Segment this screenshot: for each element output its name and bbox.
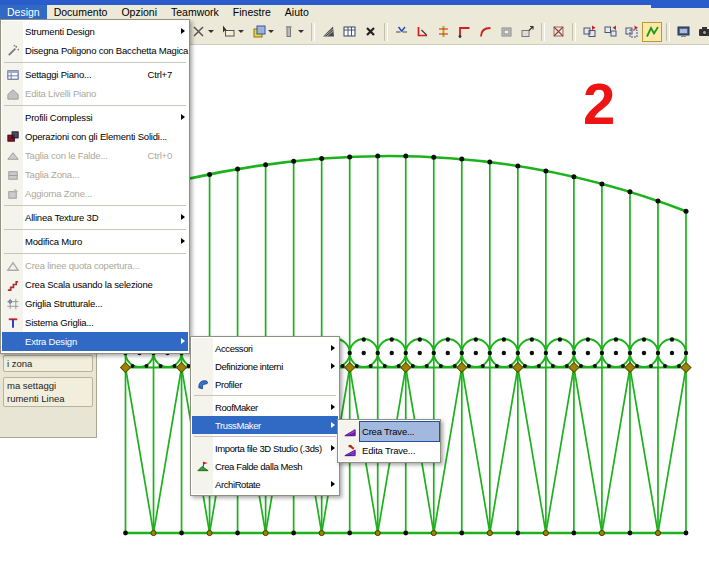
menu-item-strumenti-design[interactable]: Strumenti Design — [2, 22, 188, 41]
menu-item-label: Strumenti Design — [23, 26, 95, 37]
menu-item-label: TrussMaker — [213, 420, 261, 431]
truss-edit-icon — [343, 444, 357, 458]
submenu-arrow-icon — [181, 28, 185, 34]
fillet-tool-button[interactable] — [475, 22, 495, 42]
tb-xbox-icon — [551, 24, 566, 39]
toolbar-separator — [311, 23, 315, 41]
menu-item-taglia-con-le-falde[interactable]: Taglia con le Falde...Ctrl+0 — [2, 146, 188, 165]
menu-item-archirotate[interactable]: ArchiRotate — [192, 475, 338, 493]
menu-item-label: Griglia Strutturale... — [23, 298, 102, 309]
tb-regroup-icon — [624, 24, 639, 39]
menu-item-label: Profili Complessi — [23, 112, 92, 123]
info-panel-text: ma settaggi — [7, 379, 89, 392]
group-tool-button[interactable] — [579, 22, 599, 42]
intersect-tool-button[interactable] — [454, 22, 474, 42]
menu-item-extra-design[interactable]: Extra Design — [2, 332, 188, 351]
offset-tool-button[interactable] — [496, 22, 516, 42]
stairs-icon — [6, 278, 20, 292]
dropdown-arrow-icon — [208, 30, 214, 33]
menu-item-label: Taglia con le Falde... — [23, 150, 108, 161]
split-tool-button[interactable] — [391, 22, 411, 42]
menu-item-label: RoofMaker — [213, 402, 258, 413]
delete-tool-button[interactable] — [360, 22, 380, 42]
solid-ops-icon — [6, 130, 20, 144]
marquee-tool-button[interactable] — [218, 22, 247, 42]
menubar-item-design[interactable]: Design — [0, 5, 47, 19]
menu-item-settaggi-piano[interactable]: Settaggi Piano...Ctrl+7 — [2, 65, 188, 84]
column-tool-button[interactable] — [278, 22, 307, 42]
arrow-tool-button[interactable] — [188, 22, 217, 42]
submenu-arrow-icon — [181, 214, 185, 220]
layers-tool-button[interactable] — [248, 22, 277, 42]
roof-tool-button[interactable] — [318, 22, 338, 42]
info-panel-box: ma settaggirumenti Linea — [3, 377, 93, 407]
menubar-item-opzioni[interactable]: Opzioni — [114, 5, 164, 19]
menu-item-label: Crea Scala usando la selezione — [23, 279, 153, 290]
window-title-strip-corner — [651, 0, 709, 8]
submenu-arrow-icon — [181, 114, 185, 120]
menu-item-taglia-zona[interactable]: Taglia Zona... — [2, 165, 188, 184]
figure-label: 2 — [583, 75, 615, 133]
menubar-item-aiuto[interactable]: Aiuto — [278, 5, 316, 19]
menu-item-crea-trave[interactable]: Crea Trave... — [339, 422, 439, 441]
schedule-tool-button[interactable] — [339, 22, 359, 42]
menu-item-trussmaker[interactable]: TrussMaker — [192, 416, 338, 434]
menu-item-sistema-griglia[interactable]: Sistema Griglia... — [2, 313, 188, 332]
resize-tool-button[interactable] — [517, 22, 537, 42]
menu-item-definizione-interni[interactable]: Definizione interni — [192, 357, 338, 375]
info-panel: i zonama settaggirumenti Linea — [0, 352, 97, 438]
menubar-item-finestre[interactable]: Finestre — [226, 5, 278, 19]
design-menu: Strumenti DesignDisegna Poligono con Bac… — [0, 19, 190, 354]
extra-design-submenu: AccessoriDefinizione interniProfilerRoof… — [190, 336, 340, 496]
menu-item-roofmaker[interactable]: RoofMaker — [192, 398, 338, 416]
submenu-arrow-icon — [331, 345, 335, 351]
menu-item-shortcut: Ctrl+7 — [148, 69, 188, 80]
menu-item-crea-scala-usando-la-selezione[interactable]: Crea Scala usando la selezione — [2, 275, 188, 294]
tb-corner-icon — [457, 24, 472, 39]
menubar-item-teamwork[interactable]: Teamwork — [164, 5, 226, 19]
submenu-arrow-icon — [181, 238, 185, 244]
menu-item-accessori[interactable]: Accessori — [192, 339, 338, 357]
autogroup-tool-button[interactable] — [621, 22, 641, 42]
tb-fillet-icon — [478, 24, 493, 39]
menubar-item-documento[interactable]: Documento — [47, 5, 115, 19]
menu-item-profili-complessi[interactable]: Profili Complessi — [2, 108, 188, 127]
tb-resize-icon — [520, 24, 535, 39]
menu-item-label: Aggiorna Zone... — [23, 188, 92, 199]
explode-tool-button[interactable] — [548, 22, 568, 42]
dropdown-arrow-icon — [298, 30, 304, 33]
truss-create-icon — [343, 425, 357, 439]
camera-tool-button[interactable] — [694, 22, 709, 42]
info-panel-text: rumenti Linea — [7, 392, 89, 405]
menu-item-allinea-texture-3d[interactable]: Allinea Texture 3D — [2, 208, 188, 227]
menu-item-aggiorna-zone[interactable]: Aggiorna Zone... — [2, 184, 188, 203]
view3d-tool-button[interactable] — [673, 22, 693, 42]
polyline-tool-button[interactable] — [642, 22, 662, 42]
magic-wand-icon — [6, 44, 20, 58]
menu-item-label: Profiler — [213, 379, 242, 390]
tb-ungroup-icon — [603, 24, 618, 39]
menu-item-disegna-poligono-con-bacchetta-magica[interactable]: Disegna Poligono con Bacchetta Magica — [2, 41, 188, 60]
adjust-tool-button[interactable] — [433, 22, 453, 42]
menu-item-profiler[interactable]: Profiler — [192, 375, 338, 393]
menu-item-label: Settaggi Piano... — [23, 69, 91, 80]
menu-item-edita-livelli-piano[interactable]: Edita Livelli Piano — [2, 84, 188, 103]
menu-item-crea-falde-dalla-mesh[interactable]: Crea Falde dalla Mesh — [192, 457, 338, 475]
menu-item-label: Crea linee quota copertura... — [23, 260, 140, 271]
tb-trim-icon — [415, 24, 430, 39]
ungroup-tool-button[interactable] — [600, 22, 620, 42]
trim-tool-button[interactable] — [412, 22, 432, 42]
toolbar-separator — [384, 23, 388, 41]
menu-item-operazioni-con-gli-elementi-solidi[interactable]: Operazioni con gli Elementi Solidi... — [2, 127, 188, 146]
tb-column-icon — [281, 24, 296, 39]
structural-grid-icon — [6, 297, 20, 311]
menu-item-label: Extra Design — [23, 336, 77, 347]
menu-item-modifica-muro[interactable]: Modifica Muro — [2, 232, 188, 251]
menubar-item-label: Documento — [54, 6, 108, 18]
menu-item-label: Edita Trave... — [360, 445, 415, 456]
menu-item-crea-linee-quota-copertura[interactable]: Crea linee quota copertura... — [2, 256, 188, 275]
menu-item-griglia-strutturale[interactable]: Griglia Strutturale... — [2, 294, 188, 313]
menu-item-edita-trave[interactable]: Edita Trave... — [339, 441, 439, 460]
menu-item-importa-file-3d-studio-3ds[interactable]: Importa file 3D Studio (.3ds) — [192, 439, 338, 457]
menubar-item-label: Opzioni — [121, 6, 157, 18]
